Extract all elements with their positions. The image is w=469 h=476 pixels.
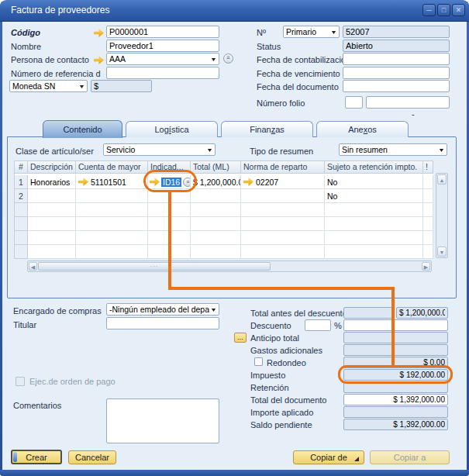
cancelar-button[interactable]: Cancelar xyxy=(68,450,116,464)
cell-total[interactable]: $ 1,200,000.00 xyxy=(191,175,241,189)
close-icon[interactable]: ✕ xyxy=(452,4,465,16)
persona-contacto-label: Persona de contacto xyxy=(11,55,89,64)
nombre-label: Nombre xyxy=(11,42,41,51)
moneda-dropdown[interactable]: Moneda SN ▼ xyxy=(9,80,88,92)
link-arrow-icon[interactable] xyxy=(94,29,104,37)
chevron-down-icon: ▼ xyxy=(210,307,217,312)
descuento-field[interactable] xyxy=(343,319,448,331)
col-header-sujeto[interactable]: Sujeto a retención impto. xyxy=(325,161,423,174)
retencion-field xyxy=(343,381,448,393)
cell-indicador[interactable]: ID16 ≡ xyxy=(148,175,191,189)
link-arrow-icon[interactable] xyxy=(94,56,104,64)
row-number[interactable]: 2 xyxy=(15,189,28,203)
anticipo-label: Anticipo total xyxy=(250,333,299,343)
minimize-icon[interactable]: ─ xyxy=(422,4,436,16)
row-number[interactable]: 1 xyxy=(15,175,28,189)
impuesto-label: Impuesto xyxy=(250,371,285,380)
total-documento-label: Total del documento xyxy=(250,395,326,405)
scroll-right-icon[interactable]: ▶ xyxy=(422,262,430,271)
cell-descripcion[interactable]: Honorarios xyxy=(28,175,76,189)
title-bar[interactable]: Factura de proveedores ─ □ ✕ xyxy=(0,0,469,22)
titular-field[interactable] xyxy=(106,317,219,329)
anticipo-ellipsis-button[interactable]: ... xyxy=(234,333,247,343)
tab-contenido[interactable]: Contenido xyxy=(43,120,122,138)
fecha-contabilizacion-field[interactable] xyxy=(343,53,450,65)
cell-norma[interactable]: 02207 xyxy=(241,175,325,189)
numero-folio-prefix-field[interactable] xyxy=(345,96,363,109)
fecha-documento-field[interactable] xyxy=(343,80,450,92)
clase-articulo-dropdown[interactable]: Servicio ▼ xyxy=(103,143,216,156)
fecha-contabilizacion-label: Fecha de contabilización xyxy=(257,55,350,64)
link-arrow-icon[interactable] xyxy=(150,178,160,186)
descuento-pct-field[interactable] xyxy=(305,319,331,331)
tab-finanzas[interactable]: Finanzas xyxy=(221,121,313,137)
redondeo-field xyxy=(343,357,448,368)
cell-sujeto[interactable]: No xyxy=(325,189,423,203)
retencion-label: Retención xyxy=(250,383,289,392)
codigo-label: Código xyxy=(11,28,40,37)
titular-label: Titular xyxy=(13,320,36,329)
cell-cuenta[interactable]: 51101501 xyxy=(76,175,148,189)
focus-indicator xyxy=(13,452,17,462)
numero-folio-field[interactable] xyxy=(366,96,450,109)
chevron-down-icon: ▼ xyxy=(210,57,217,62)
fecha-documento-label: Fecha del documento xyxy=(257,82,339,91)
tipo-resumen-dropdown[interactable]: Sin resumen ▼ xyxy=(339,143,447,156)
horizontal-scrollbar[interactable]: ◀ ▶ ··· xyxy=(27,260,432,272)
num-referencia-field[interactable] xyxy=(106,67,219,79)
fecha-vencimiento-field[interactable] xyxy=(343,67,450,79)
encargado-dropdown[interactable]: -Ningún empleado del depart ▼ xyxy=(106,303,219,316)
col-header-num[interactable]: # xyxy=(15,161,28,174)
col-header-extra[interactable]: ! xyxy=(423,161,433,174)
persona-contacto-dropdown[interactable]: AAA ▼ xyxy=(106,53,219,65)
percent-label: % xyxy=(334,321,342,330)
col-header-indicador[interactable]: Indicad... xyxy=(148,161,191,174)
window-border-left xyxy=(0,0,2,476)
scrollbar-thumb[interactable]: ··· xyxy=(38,262,271,271)
crear-button[interactable]: Crear xyxy=(11,450,62,464)
chevron-down-icon: ▼ xyxy=(78,84,85,89)
no-label: Nº xyxy=(257,28,266,37)
link-arrow-icon[interactable] xyxy=(78,178,88,186)
impuesto-field xyxy=(343,369,448,381)
comentarios-label: Comentarios xyxy=(13,401,61,410)
ejec-orden-pago-checkbox xyxy=(16,377,25,386)
grip-dots-icon: ··· xyxy=(150,263,159,270)
total-documento-field[interactable] xyxy=(343,394,448,405)
scroll-down-icon[interactable]: ▼ xyxy=(437,247,447,257)
col-header-descripcion[interactable]: Descripción xyxy=(28,161,76,174)
col-header-cuenta[interactable]: Cuenta de mayor xyxy=(76,161,148,174)
cell-sujeto[interactable]: No xyxy=(325,175,423,189)
choose-list-icon[interactable]: ≡ xyxy=(183,178,191,187)
scroll-up-icon[interactable]: ▲ xyxy=(437,174,447,185)
numero-folio-label: Número folio xyxy=(257,98,305,108)
chevron-down-icon: ▼ xyxy=(438,147,445,153)
col-header-total[interactable]: Total (ML) xyxy=(191,161,241,174)
tab-anexos[interactable]: Anexos xyxy=(316,121,409,137)
codigo-field[interactable] xyxy=(106,26,219,38)
nombre-field[interactable] xyxy=(106,40,219,52)
total-antes-aux-field xyxy=(343,307,395,319)
total-antes-label: Total antes del descuento xyxy=(250,309,347,318)
no-type-dropdown[interactable]: Primario ▼ xyxy=(283,26,340,38)
line-items-table: # Descripción Cuenta de mayor Indicad...… xyxy=(14,160,433,259)
vertical-scrollbar[interactable]: ▲ ▼ xyxy=(436,173,448,258)
col-header-norma[interactable]: Norma de reparto xyxy=(241,161,325,174)
menu-corner-icon xyxy=(354,457,359,461)
scroll-left-icon[interactable]: ◀ xyxy=(29,262,37,271)
importe-aplicado-label: Importe aplicado xyxy=(250,408,313,417)
redondeo-checkbox[interactable] xyxy=(254,357,263,366)
no-value-field xyxy=(343,26,450,38)
copiar-de-button[interactable]: Copiar de xyxy=(293,450,364,464)
link-arrow-icon[interactable] xyxy=(243,178,253,186)
fecha-vencimiento-label: Fecha de vencimiento xyxy=(257,69,340,78)
indicador-selected-value[interactable]: ID16 xyxy=(161,178,181,187)
choose-list-icon[interactable]: ≡ xyxy=(223,53,233,64)
tab-logistica[interactable]: Logística xyxy=(126,121,218,137)
ejec-orden-pago-label: Ejec.de orden de pago xyxy=(29,377,116,386)
comentarios-textarea[interactable] xyxy=(106,398,219,443)
window-border-bottom xyxy=(0,470,469,476)
encargado-label: Encargado de compras xyxy=(13,306,102,316)
maximize-icon[interactable]: □ xyxy=(437,4,450,16)
total-antes-field xyxy=(396,307,448,319)
